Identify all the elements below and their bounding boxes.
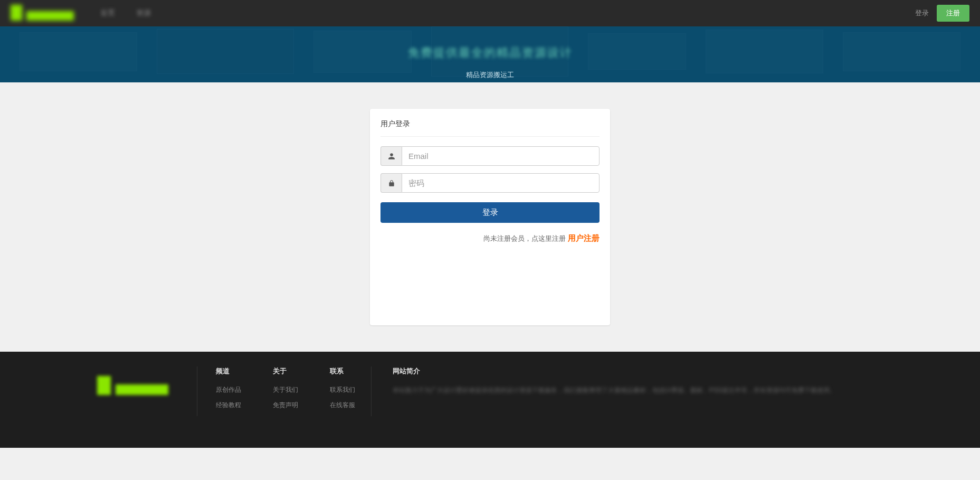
hero-subtitle: 精品资源搬运工	[0, 70, 980, 80]
footer-col-contact: 联系 联系我们 在线客服	[330, 366, 355, 416]
footer-link-contactus[interactable]: 联系我们	[330, 385, 355, 394]
user-icon	[380, 146, 402, 166]
hero-content: 免费提供最全的精品资源设计 精品资源搬运工	[0, 26, 980, 80]
footer-cols: 频道 原创作品 经验教程 关于 关于我们 免责声明 联系 联系我们 在线客服	[197, 366, 355, 416]
lock-icon	[380, 173, 402, 193]
footer-col-channel: 频道 原创作品 经验教程	[216, 366, 241, 416]
register-prefix: 尚未注册会员，点这里注册	[483, 234, 568, 242]
footer-about-title: 网站简介	[393, 366, 883, 376]
nav-item-home[interactable]: 首页	[100, 8, 115, 18]
login-panel-title: 用户登录	[380, 119, 600, 137]
footer-link-support[interactable]: 在线客服	[330, 401, 355, 410]
password-field[interactable]	[402, 173, 600, 193]
login-link[interactable]: 登录	[915, 8, 929, 18]
register-link[interactable]: 用户注册	[568, 233, 600, 242]
login-panel: 用户登录 登录 尚未注册会员，点这里注册 用户注册	[370, 109, 610, 325]
footer-logo[interactable]	[97, 376, 176, 402]
footer-link-original[interactable]: 原创作品	[216, 385, 241, 394]
footer: 频道 原创作品 经验教程 关于 关于我们 免责声明 联系 联系我们 在线客服 网…	[0, 352, 980, 448]
footer-col-title-contact: 联系	[330, 366, 355, 376]
footer-inner: 频道 原创作品 经验教程 关于 关于我们 免责声明 联系 联系我们 在线客服 网…	[87, 366, 894, 416]
footer-col-title-about: 关于	[273, 366, 298, 376]
footer-logo-col	[97, 366, 197, 416]
footer-about-text: 本站致力于为广大设计爱好者提供优质的设计资源下载服务，我们搜集整理了大量精品素材…	[393, 384, 883, 397]
header-nav: 首页 资源	[100, 8, 915, 18]
footer-link-aboutus[interactable]: 关于我们	[273, 385, 298, 394]
footer-about-col: 网站简介 本站致力于为广大设计爱好者提供优质的设计资源下载服务，我们搜集整理了大…	[371, 366, 883, 416]
header-right: 登录 注册	[915, 5, 969, 22]
email-field[interactable]	[402, 146, 600, 166]
password-input-group	[380, 173, 600, 193]
site-logo[interactable]	[11, 3, 84, 24]
footer-link-disclaimer[interactable]: 免责声明	[273, 401, 298, 410]
email-input-group	[380, 146, 600, 166]
register-button[interactable]: 注册	[937, 5, 969, 22]
register-line: 尚未注册会员，点这里注册 用户注册	[380, 233, 600, 243]
footer-link-tutorial[interactable]: 经验教程	[216, 401, 241, 410]
login-submit-button[interactable]: 登录	[380, 202, 600, 223]
footer-col-about: 关于 关于我们 免责声明	[273, 366, 298, 416]
footer-col-title-channel: 频道	[216, 366, 241, 376]
nav-item-resources[interactable]: 资源	[136, 8, 151, 18]
main-content: 用户登录 登录 尚未注册会员，点这里注册 用户注册	[0, 82, 980, 352]
hero-title: 免费提供最全的精品资源设计	[0, 45, 980, 61]
hero-banner: 免费提供最全的精品资源设计 精品资源搬运工	[0, 26, 980, 82]
header: 首页 资源 登录 注册	[0, 0, 980, 26]
